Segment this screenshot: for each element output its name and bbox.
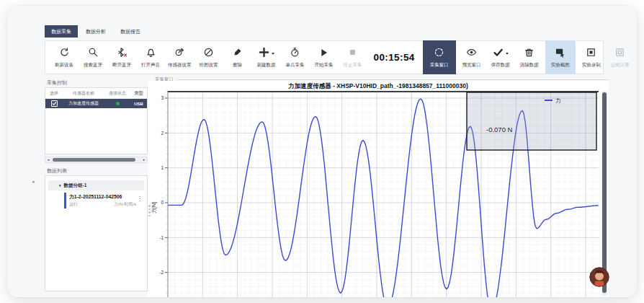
search-icon — [88, 47, 99, 61]
accent-bar — [64, 193, 66, 208]
tab-2[interactable]: 数据报告 — [114, 25, 147, 38]
plus-icon — [259, 47, 269, 61]
record-icon — [586, 47, 596, 61]
data-item-status: 运行 — [69, 201, 78, 208]
column-header: 传感器名称 — [63, 90, 104, 97]
toolbar-button-label: 绘图设置 — [200, 63, 218, 68]
sensor-type: USB — [130, 102, 147, 106]
toolbar-button-label: 新建数据 — [257, 63, 276, 68]
scroll-left-icon[interactable]: ◂ — [45, 158, 51, 162]
column-header: 连接状态 — [104, 90, 130, 97]
toolbar-button-plot-settings[interactable]: 绘图设置 — [196, 43, 222, 72]
toolbar-button-formula-calc[interactable]: 公式计算 — [607, 43, 633, 72]
panel-splitter[interactable] — [148, 205, 151, 216]
floating-avatar-button[interactable] — [589, 267, 609, 287]
toolbar-button-label: 清除数据 — [520, 63, 539, 68]
capture-window-area: 采集窗口 力加速度传感器 - XHSP-V10HID_path_-1981348… — [148, 75, 609, 297]
chart-title: 力加速度传感器 - XHSP-V10HID_path_-1981348857_1… — [148, 82, 609, 91]
chart-area: 力加速度传感器 - XHSP-V10HID_path_-1981348857_1… — [148, 81, 609, 297]
scrollbar-track[interactable] — [51, 158, 141, 162]
toolbar-button-label: 单点采集 — [286, 63, 305, 68]
play-icon — [318, 47, 329, 61]
screenshot-selection-box[interactable] — [467, 92, 596, 150]
main-tab-bar: 数据采集数据分析数据报告 — [45, 25, 147, 38]
toolbar-button-label: 停止采集 — [344, 63, 362, 68]
vertical-scrollbar-thumb[interactable] — [602, 92, 607, 293]
collection-timer: 00:15:54 — [369, 52, 420, 63]
toolbar-button-label: 实验录制 — [582, 63, 601, 68]
brush-icon — [232, 47, 243, 61]
trash-icon — [524, 47, 535, 61]
toolbar-button-new-data[interactable]: 新建数据 — [254, 43, 279, 72]
data-list-title: 数据列表 — [47, 167, 67, 175]
toolbar-button-experiment-screenshot[interactable]: 实验截图 — [545, 40, 576, 74]
eye-icon — [466, 47, 477, 61]
data-item-axes: 力/N-时间/s — [114, 201, 136, 208]
collection-control-title: 采集控制 — [47, 79, 67, 87]
force-time-chart[interactable]: 3210-1-2力[N]-0.070 N力 — [148, 91, 609, 297]
group-label: 数据分组-1 — [64, 183, 87, 189]
toolbar-button-disconnect-bluetooth[interactable]: 断开蓝牙 — [109, 43, 135, 72]
tab-1[interactable]: 数据分析 — [79, 25, 112, 38]
y-axis-title: 力[N] — [151, 202, 157, 214]
toolbar-button-sensor-settings[interactable]: 传感器设置 — [166, 43, 193, 72]
toolbar: 刷新设备搜索蓝牙断开蓝牙打开声音传感器设置绘图设置擦除新建数据单点采集开始采集停… — [45, 40, 604, 74]
data-list-item[interactable]: 力1-2-20251112-042506运行力/N-时间/s⋮ — [64, 192, 144, 210]
divider — [176, 79, 609, 80]
sensor-name: 力加速度传感器 — [63, 100, 104, 107]
toolbar-button-label: 打开声音 — [141, 63, 160, 68]
app-window: 数据采集数据分析数据报告 刷新设备搜索蓝牙断开蓝牙打开声音传感器设置绘图设置擦除… — [7, 6, 637, 297]
toolbar-button-label: 实验截图 — [551, 63, 570, 68]
sensor-row[interactable]: 力加速度传感器USB — [45, 99, 147, 108]
chevron-down-icon[interactable]: ▾ — [59, 183, 61, 188]
scrollbar-thumb[interactable] — [53, 158, 135, 162]
data-group-row[interactable]: ▾数据分组-1 — [48, 180, 144, 190]
annotation-value: -0.070 N — [486, 126, 513, 133]
y-tick-label: 2 — [161, 131, 164, 136]
toolbar-button-label: 断开蓝牙 — [112, 63, 131, 68]
item-menu-icon[interactable]: ⋮ — [137, 196, 143, 202]
toolbar-button-sound-on[interactable]: 打开声音 — [138, 43, 164, 72]
toolbar-button-experiment-record[interactable]: 实验录制 — [578, 43, 604, 72]
toolbar-button-label: 采集窗口 — [430, 63, 449, 68]
y-tick-label: 0 — [161, 200, 164, 205]
vertical-scrollbar[interactable] — [601, 91, 607, 296]
chevron-down-icon[interactable] — [506, 53, 509, 55]
data-item-title: 力1-2-20251112-042506 — [69, 193, 122, 201]
compass-icon — [203, 47, 214, 61]
toolbar-button-clear-data[interactable]: 清除数据 — [516, 43, 542, 72]
tab-0[interactable]: 数据采集 — [45, 25, 78, 38]
legend-label: 力 — [555, 97, 561, 104]
column-header: 选择 — [45, 90, 63, 97]
sensor-table-panel: 选择传感器名称连接状态类型 力加速度传感器USB — [45, 87, 148, 154]
y-tick-label: -1 — [159, 235, 164, 240]
scroll-right-icon[interactable]: ▸ — [141, 158, 147, 162]
toolbar-button-search-bluetooth[interactable]: 搜索蓝牙 — [80, 43, 106, 72]
toolbar-button-label: 擦除 — [233, 63, 242, 68]
toolbar-button-save-data[interactable]: 保存数据 — [488, 43, 514, 72]
stop-icon — [347, 47, 358, 61]
sensor-checkbox[interactable] — [51, 100, 58, 107]
toolbar-button-refresh-device[interactable]: 刷新设备 — [51, 43, 77, 72]
toolbar-button-start-collect[interactable]: 开始采集 — [311, 43, 337, 72]
chevron-down-icon[interactable] — [272, 53, 274, 55]
sensor-icon — [174, 47, 185, 61]
refresh-icon — [59, 47, 70, 61]
column-header: 类型 — [130, 90, 147, 97]
collapse-panel-arrow[interactable]: ◂ — [32, 179, 35, 185]
bluetooth-disconnect-icon — [117, 47, 128, 61]
toolbar-button-capture-window[interactable]: 采集窗口 — [423, 40, 456, 74]
toolbar-button-erase[interactable]: 擦除 — [225, 43, 251, 72]
toolbar-button-preview-window[interactable]: 预览窗口 — [459, 43, 485, 72]
toolbar-button-point-collect[interactable]: 单点采集 — [282, 43, 308, 72]
y-tick-label: 1 — [161, 165, 164, 170]
y-tick-label: -2 — [159, 270, 164, 275]
toolbar-button-label: 预览窗口 — [462, 63, 481, 68]
toolbar-button-label: 搜索蓝牙 — [84, 63, 102, 68]
toolbar-button-label: 开始采集 — [315, 63, 334, 68]
toolbar-button-label: 公式计算 — [611, 63, 630, 68]
horizontal-scrollbar[interactable]: ◂ ▸ — [45, 157, 148, 163]
toolbar-button-stop-collect[interactable]: 停止采集 — [340, 43, 366, 72]
toolbar-button-label: 传感器设置 — [168, 63, 192, 68]
bell-icon — [146, 47, 156, 61]
